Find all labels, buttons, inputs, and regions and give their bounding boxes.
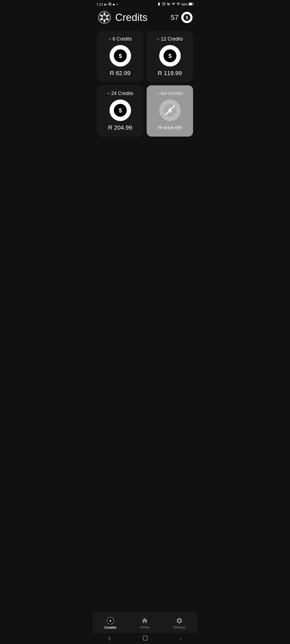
credit-card-24[interactable]: ~ 24 Credits $ R 204.99	[97, 85, 143, 137]
header-dollar-badge: $	[181, 12, 193, 23]
app-logo	[97, 10, 111, 24]
card-6-label: ~ 6 Credits	[108, 36, 132, 42]
svg-text:$: $	[118, 53, 122, 59]
card-12-price: R 119.99	[158, 70, 182, 77]
card-54-label: ~ 54 Credits	[157, 91, 183, 96]
svg-text:$: $	[168, 53, 171, 59]
header-right: 57 $	[171, 12, 193, 23]
credit-card-12[interactable]: ~ 12 Credits $ R 119.99	[147, 31, 193, 82]
wifi-icon	[172, 2, 175, 7]
card-24-label: ~ 24 Credits	[107, 91, 133, 96]
svg-rect-1	[189, 3, 192, 5]
card-6-price: R 62.99	[110, 70, 130, 77]
card-12-icon-circle: $	[159, 45, 181, 67]
battery-percent: 68%	[181, 3, 188, 6]
status-bar: 7:21 ▶ ▶ • 68%	[93, 0, 197, 8]
status-bar-left: 7:21 ▶ ▶ •	[96, 2, 118, 7]
youtube2-icon: ▶	[113, 3, 115, 6]
card-12-label: ~ 12 Credits	[157, 36, 183, 42]
header-title: Credits	[115, 12, 147, 23]
dot-icon: •	[117, 2, 118, 6]
status-time: 7:21	[96, 2, 103, 6]
svg-text:$: $	[186, 15, 188, 20]
alarm-icon	[162, 2, 166, 7]
signal-icon	[176, 2, 180, 7]
status-bar-right: 68%	[157, 2, 194, 7]
card-6-icon-circle: $	[110, 45, 131, 67]
credit-card-6[interactable]: ~ 6 Credits $ R 62.99	[97, 31, 143, 82]
svg-point-10	[103, 16, 107, 20]
card-54-icon-circle: $	[159, 100, 181, 121]
camera-icon	[108, 2, 112, 7]
header: Credits 57 $	[93, 8, 197, 28]
card-54-price: R 414.99	[158, 124, 182, 131]
card-24-icon-circle: $	[110, 100, 131, 121]
youtube-icon: ▶	[104, 3, 107, 6]
header-credit-count: 57	[171, 13, 179, 22]
battery-body-icon	[189, 2, 194, 6]
credit-card-54: ~ 54 Credits $ R 414.99	[147, 85, 193, 137]
header-left: Credits	[97, 10, 147, 24]
mute-icon	[167, 2, 171, 7]
cards-grid: ~ 6 Credits $ R 62.99 ~ 12 Credits $ R 1…	[93, 28, 197, 142]
svg-text:$: $	[118, 107, 122, 114]
battery-icon	[157, 2, 161, 7]
card-24-price: R 204.99	[108, 124, 132, 131]
